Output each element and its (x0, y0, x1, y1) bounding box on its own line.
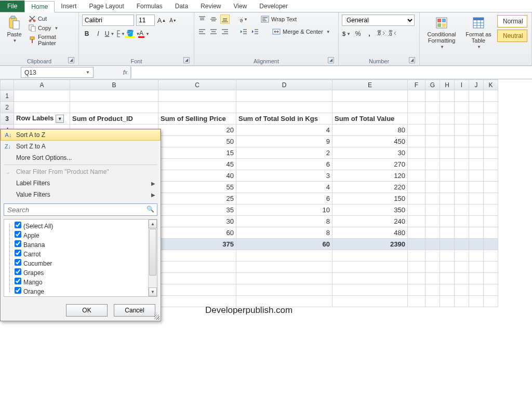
chevron-down-icon[interactable]: ▼ (86, 70, 90, 75)
filter-item[interactable]: Apple (15, 231, 146, 240)
font-color-button[interactable]: A▼ (139, 29, 149, 38)
align-top-button[interactable] (197, 15, 207, 24)
increase-decimal-button[interactable]: .0.00 (376, 29, 385, 38)
ribbon: Paste ▼ Cut Copy▼ Format Painter Clipboa… (0, 12, 532, 66)
tab-file[interactable]: File (0, 1, 24, 12)
select-all-corner[interactable] (1, 80, 14, 90)
tab-formulas[interactable]: Formulas (130, 1, 169, 12)
copy-button[interactable]: Copy▼ (28, 24, 75, 32)
decrease-indent-button[interactable] (239, 27, 248, 36)
filter-item[interactable]: Mango (15, 278, 146, 287)
decrease-decimal-button[interactable]: .00.0 (388, 29, 397, 38)
filter-cancel-button[interactable]: Cancel (114, 304, 155, 317)
merge-center-button[interactable]: Merge & Center▼ (271, 27, 331, 36)
more-sort-options[interactable]: More Sort Options... (1, 152, 161, 163)
filter-item-checkbox[interactable] (15, 259, 21, 266)
orientation-button[interactable]: ab▼ (239, 15, 248, 24)
align-middle-button[interactable] (209, 15, 218, 24)
column-header[interactable]: I (455, 80, 469, 90)
filter-tree-scrollbar[interactable]: ▲ ▼ (148, 220, 157, 296)
font-dialog-launcher[interactable]: ◢ (183, 57, 190, 63)
format-painter-button[interactable]: Format Painter (28, 33, 75, 47)
row-labels-dropdown[interactable]: ▼ (56, 115, 64, 123)
label-filters[interactable]: Label Filters▶ (1, 177, 161, 189)
filter-item[interactable]: Banana (15, 240, 146, 250)
align-center-button[interactable] (209, 27, 218, 36)
value-filters[interactable]: Value Filters▶ (1, 189, 161, 200)
bold-button[interactable]: B (82, 29, 91, 38)
increase-indent-button[interactable] (250, 27, 260, 36)
sort-z-to-a[interactable]: Z↓ Sort Z to A (1, 141, 161, 152)
tab-data[interactable]: Data (169, 1, 194, 12)
row-header[interactable]: 3 (1, 113, 14, 125)
scroll-down-button[interactable]: ▼ (149, 288, 157, 296)
cell-style-neutral[interactable]: Neutral (497, 30, 527, 42)
column-header[interactable]: F (408, 80, 425, 90)
underline-button[interactable]: U▼ (105, 29, 114, 38)
align-right-button[interactable] (220, 27, 230, 36)
resize-grip[interactable] (154, 314, 159, 320)
grow-font-button[interactable]: A▲ (157, 16, 166, 25)
paste-button[interactable]: Paste ▼ (3, 15, 25, 44)
align-left-button[interactable] (197, 27, 207, 36)
filter-ok-button[interactable]: OK (66, 304, 108, 317)
tab-review[interactable]: Review (194, 1, 227, 12)
sort-a-to-z[interactable]: A↓ Sort A to Z (1, 129, 161, 141)
tab-insert[interactable]: Insert (55, 1, 83, 12)
font-name-combo[interactable] (82, 15, 134, 26)
conditional-formatting-button[interactable]: Conditional Formatting▼ (423, 15, 460, 50)
wrap-text-button[interactable]: Wrap Text (260, 15, 298, 24)
filter-item-checkbox[interactable] (15, 296, 21, 297)
filter-item-checkbox[interactable] (15, 287, 21, 294)
column-header[interactable]: K (484, 80, 498, 90)
font-size-combo[interactable] (136, 15, 155, 26)
filter-item-checkbox[interactable] (15, 240, 21, 247)
filter-item[interactable]: Carrot (15, 250, 146, 259)
filter-item-checkbox[interactable] (15, 222, 21, 228)
number-format-combo[interactable]: General (342, 15, 415, 26)
filter-item-checkbox[interactable] (15, 278, 21, 284)
filter-item[interactable]: (Select All) (15, 222, 146, 231)
clipboard-dialog-launcher[interactable]: ◢ (68, 57, 74, 63)
accounting-format-button[interactable]: $▼ (342, 29, 351, 38)
comma-button[interactable]: , (365, 29, 374, 38)
filter-item-checkbox[interactable] (15, 231, 21, 238)
filter-item[interactable]: Potato (15, 296, 146, 297)
format-as-table-button[interactable]: Format as Table▼ (462, 15, 495, 50)
filter-item[interactable]: Grapes (15, 268, 146, 278)
cell-style-normal[interactable]: Normal (497, 15, 527, 28)
column-header[interactable]: E (332, 80, 408, 90)
number-dialog-launcher[interactable]: ◢ (409, 57, 415, 63)
column-header[interactable]: G (425, 80, 440, 90)
column-header[interactable]: J (469, 80, 484, 90)
filter-search-input[interactable] (4, 203, 157, 216)
tab-home[interactable]: Home (24, 1, 55, 12)
column-header[interactable]: C (158, 80, 236, 90)
fill-color-button[interactable]: 🪣▼ (128, 29, 137, 38)
row-header[interactable]: 1 (1, 90, 14, 102)
column-header[interactable]: H (440, 80, 455, 90)
scroll-up-button[interactable]: ▲ (149, 220, 157, 228)
cut-button[interactable]: Cut (28, 15, 75, 23)
filter-item[interactable]: Cucumber (15, 259, 146, 268)
italic-button[interactable]: I (94, 29, 103, 38)
tab-developer[interactable]: Developer (253, 1, 294, 12)
name-box[interactable]: Q13 ▼ (21, 67, 94, 78)
align-bottom-button[interactable] (220, 15, 230, 24)
filter-item[interactable]: Orange (15, 287, 146, 296)
filter-item-checkbox[interactable] (15, 268, 21, 275)
alignment-dialog-launcher[interactable]: ◢ (328, 57, 334, 63)
column-header[interactable]: D (236, 80, 332, 90)
tab-view[interactable]: View (228, 1, 254, 12)
row-header[interactable]: 2 (1, 102, 14, 113)
insert-function-button[interactable]: fx (95, 66, 131, 79)
percent-button[interactable]: % (353, 29, 363, 38)
tab-page-layout[interactable]: Page Layout (83, 1, 130, 12)
filter-item-checkbox[interactable] (15, 250, 21, 256)
scroll-thumb[interactable] (149, 229, 156, 276)
borders-button[interactable]: ▼ (116, 29, 126, 38)
column-header[interactable]: A (14, 80, 70, 90)
shrink-font-button[interactable]: A▼ (168, 16, 178, 25)
formula-bar[interactable] (131, 67, 532, 78)
column-header[interactable]: B (70, 80, 158, 90)
